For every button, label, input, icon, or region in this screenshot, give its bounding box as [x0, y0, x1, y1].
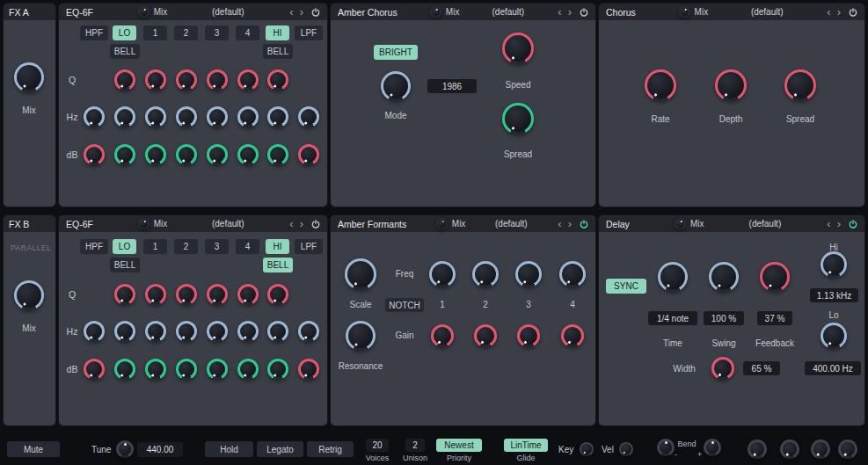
- bend-up-knob[interactable]: [704, 439, 721, 456]
- hold-button[interactable]: Hold: [205, 441, 253, 457]
- eq-a-mix-knob[interactable]: [138, 6, 150, 18]
- resonance-knob[interactable]: [346, 321, 376, 351]
- notch-button[interactable]: NOTCH: [385, 298, 424, 312]
- legato-button[interactable]: Legato: [257, 441, 303, 457]
- hi-cut-knob[interactable]: [821, 251, 847, 278]
- band-2-button[interactable]: 2: [174, 25, 198, 40]
- hz-knob-8[interactable]: [298, 106, 319, 127]
- hz-knob-6[interactable]: [237, 106, 259, 127]
- eq-a-preset-selector[interactable]: (default): [212, 7, 244, 17]
- feedback-knob[interactable]: [760, 262, 790, 292]
- macro-knob-3[interactable]: [811, 440, 830, 459]
- delay-preset-selector[interactable]: (default): [749, 219, 782, 229]
- amber-formants-power-button[interactable]: [580, 220, 588, 229]
- velocity-knob[interactable]: [619, 442, 633, 456]
- width-value-box[interactable]: 65 %: [743, 361, 780, 375]
- eq-b-mix-knob[interactable]: [138, 218, 150, 229]
- formant-gain-knob-1[interactable]: [431, 324, 454, 347]
- chorus-power-button[interactable]: [849, 8, 857, 17]
- swing-knob[interactable]: [709, 262, 739, 292]
- db-knob-7[interactable]: [267, 359, 288, 380]
- fx-b-routing-label[interactable]: PARALLEL: [11, 243, 51, 252]
- next-preset-icon[interactable]: ›: [836, 6, 842, 18]
- band-hpf-button[interactable]: HPF: [80, 25, 108, 40]
- macro-knob-2[interactable]: [780, 440, 799, 459]
- fx-b-mix-knob[interactable]: [14, 280, 44, 310]
- hz-knob-2[interactable]: [114, 106, 135, 127]
- mode-value-box[interactable]: 1986: [427, 79, 477, 93]
- bell-right-button[interactable]: BELL: [263, 258, 293, 272]
- prev-preset-icon[interactable]: ‹: [557, 6, 562, 18]
- glide-value-box[interactable]: LinTime: [504, 439, 548, 452]
- hz-knob-3[interactable]: [145, 106, 166, 127]
- band-lpf-button[interactable]: LPF: [295, 239, 323, 254]
- band-lpf-button[interactable]: LPF: [295, 25, 323, 40]
- q-knob-2[interactable]: [145, 69, 166, 91]
- hz-knob-4[interactable]: [176, 106, 197, 127]
- sync-button[interactable]: SYNC: [606, 279, 646, 294]
- band-lo-button[interactable]: LO: [113, 239, 136, 254]
- tune-knob[interactable]: [116, 440, 134, 458]
- db-knob-2[interactable]: [114, 359, 135, 380]
- next-preset-icon[interactable]: ›: [567, 6, 573, 18]
- eq-b-preset-selector[interactable]: (default): [212, 219, 244, 229]
- q-knob-6[interactable]: [267, 69, 288, 91]
- time-knob[interactable]: [658, 262, 688, 292]
- db-knob-5[interactable]: [207, 144, 228, 165]
- width-knob[interactable]: [711, 357, 734, 380]
- fx-a-mix-knob[interactable]: [14, 62, 44, 92]
- hz-knob-7[interactable]: [267, 106, 288, 127]
- db-knob-8[interactable]: [298, 359, 319, 380]
- band-1-button[interactable]: 1: [143, 239, 167, 254]
- q-knob-5[interactable]: [237, 69, 259, 91]
- db-knob-6[interactable]: [237, 144, 259, 165]
- hz-knob-5[interactable]: [207, 321, 228, 342]
- q-knob-5[interactable]: [237, 284, 259, 305]
- formant-gain-knob-2[interactable]: [474, 324, 497, 347]
- eq-a-power-button[interactable]: [311, 8, 320, 17]
- amber-formants-mix-knob[interactable]: [436, 218, 448, 229]
- hz-knob-4[interactable]: [176, 321, 197, 342]
- spread-knob[interactable]: [502, 103, 534, 134]
- next-preset-icon[interactable]: ›: [836, 218, 842, 229]
- retrig-button[interactable]: Retrig: [307, 441, 354, 457]
- formant-freq-knob-2[interactable]: [472, 261, 499, 287]
- speed-knob[interactable]: [502, 33, 534, 64]
- formant-freq-knob-4[interactable]: [559, 261, 586, 287]
- db-knob-4[interactable]: [176, 144, 197, 165]
- band-3-button[interactable]: 3: [205, 25, 229, 40]
- hi-value-box[interactable]: 1.13 kHz: [810, 288, 858, 302]
- bell-right-button[interactable]: BELL: [263, 44, 293, 59]
- rate-knob[interactable]: [645, 69, 676, 101]
- band-3-button[interactable]: 3: [205, 239, 229, 254]
- next-preset-icon[interactable]: ›: [299, 6, 304, 18]
- db-knob-2[interactable]: [114, 144, 135, 165]
- prev-preset-icon[interactable]: ‹: [826, 218, 831, 229]
- hz-knob-3[interactable]: [145, 321, 166, 342]
- prev-preset-icon[interactable]: ‹: [288, 6, 294, 18]
- chorus-spread-knob[interactable]: [784, 69, 816, 101]
- prev-preset-icon[interactable]: ‹: [826, 6, 831, 18]
- lo-value-box[interactable]: 400.00 Hz: [805, 361, 861, 375]
- chorus-mix-knob[interactable]: [679, 6, 690, 18]
- band-2-button[interactable]: 2: [174, 239, 198, 254]
- mute-button[interactable]: Mute: [7, 441, 60, 457]
- hz-knob-5[interactable]: [207, 106, 228, 127]
- feedback-value-box[interactable]: 37 %: [757, 311, 792, 325]
- eq-b-power-button[interactable]: [311, 220, 320, 229]
- q-knob-4[interactable]: [207, 69, 228, 91]
- amber-chorus-preset-selector[interactable]: (default): [492, 7, 525, 17]
- formant-freq-knob-3[interactable]: [515, 261, 542, 287]
- db-knob-5[interactable]: [207, 359, 228, 380]
- hz-knob-7[interactable]: [267, 321, 288, 342]
- voices-value-box[interactable]: 20: [366, 439, 389, 452]
- amber-chorus-mix-knob[interactable]: [430, 6, 441, 18]
- time-value-box[interactable]: 1/4 note: [648, 311, 697, 325]
- hz-knob-2[interactable]: [114, 321, 135, 342]
- db-knob-7[interactable]: [267, 144, 288, 165]
- q-knob-3[interactable]: [176, 69, 197, 91]
- bend-down-knob[interactable]: [657, 439, 675, 456]
- tune-value-box[interactable]: 440.00: [137, 442, 183, 457]
- formant-freq-knob-1[interactable]: [429, 261, 456, 287]
- delay-mix-knob[interactable]: [675, 218, 686, 229]
